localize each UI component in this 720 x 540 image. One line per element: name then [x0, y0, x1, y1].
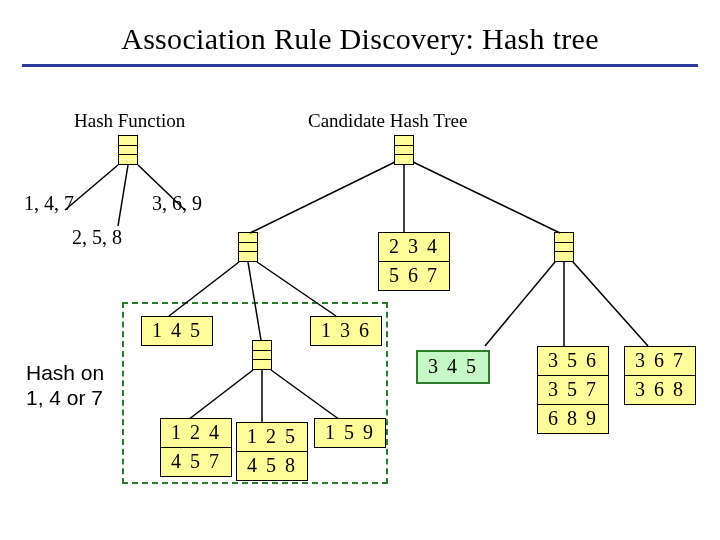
branch-label-147: 1, 4, 7 — [24, 192, 74, 215]
svg-line-5 — [413, 162, 560, 233]
tree-root-icon — [394, 135, 414, 165]
tree-right-child-icon — [554, 232, 574, 262]
label-hash-function: Hash Function — [74, 110, 185, 132]
leaf-159: 1 5 9 — [314, 418, 386, 448]
tree-left-mid-child-icon — [252, 340, 272, 370]
svg-line-14 — [573, 262, 648, 346]
leaf-cell: 3 4 5 — [428, 355, 478, 377]
leaf-cell: 3 5 6 — [538, 347, 608, 375]
leaf-136: 1 3 6 — [310, 316, 382, 346]
leaf-124-457: 1 2 4 4 5 7 — [160, 418, 232, 477]
leaf-cell: 4 5 8 — [237, 451, 307, 480]
leaf-cell: 1 4 5 — [142, 317, 212, 345]
leaf-cell: 1 5 9 — [315, 419, 385, 447]
leaf-cell: 5 6 7 — [379, 261, 449, 290]
svg-line-1 — [118, 165, 128, 226]
leaf-cell: 6 8 9 — [538, 404, 608, 433]
leaf-cell: 3 6 7 — [625, 347, 695, 375]
hashfn-node-icon — [118, 135, 138, 165]
leaf-cell: 4 5 7 — [161, 447, 231, 476]
leaf-234-567: 2 3 4 5 6 7 — [378, 232, 450, 291]
title-underline — [22, 64, 698, 67]
leaf-145: 1 4 5 — [141, 316, 213, 346]
tree-left-child-icon — [238, 232, 258, 262]
leaf-356-357-689: 3 5 6 3 5 7 6 8 9 — [537, 346, 609, 434]
page-title: Association Rule Discovery: Hash tree — [0, 0, 720, 56]
label-candidate-tree: Candidate Hash Tree — [308, 110, 467, 132]
branch-label-258: 2, 5, 8 — [72, 226, 122, 249]
leaf-cell: 1 3 6 — [311, 317, 381, 345]
leaf-cell: 3 5 7 — [538, 375, 608, 404]
branch-label-369: 3, 6, 9 — [152, 192, 202, 215]
hash-on-caption: Hash on 1, 4 or 7 — [26, 360, 104, 410]
hash-on-line2: 1, 4 or 7 — [26, 386, 103, 409]
leaf-cell: 1 2 4 — [161, 419, 231, 447]
svg-line-12 — [485, 262, 555, 346]
leaf-cell: 3 6 8 — [625, 375, 695, 404]
leaf-125-458: 1 2 5 4 5 8 — [236, 422, 308, 481]
leaf-cell: 1 2 5 — [237, 423, 307, 451]
leaf-345-green: 3 4 5 — [416, 350, 490, 384]
svg-line-3 — [250, 162, 395, 233]
leaf-cell: 2 3 4 — [379, 233, 449, 261]
hash-on-line1: Hash on — [26, 361, 104, 384]
leaf-367-368: 3 6 7 3 6 8 — [624, 346, 696, 405]
